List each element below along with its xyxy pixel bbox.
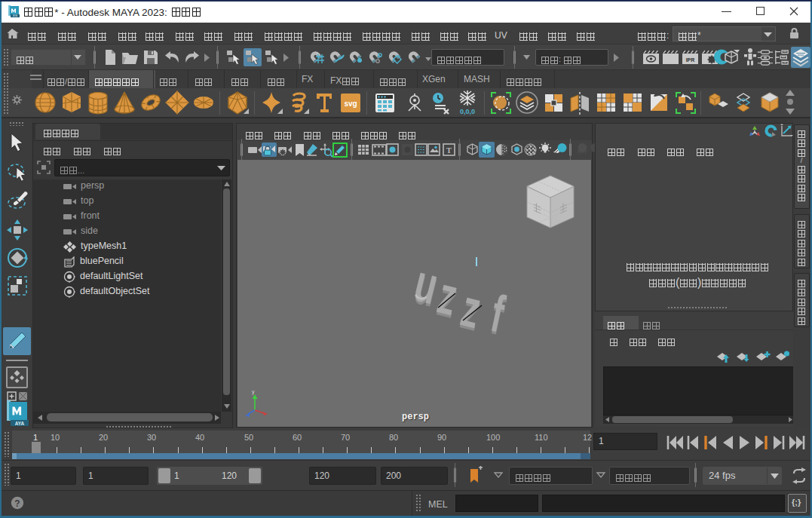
svg-text:svg: svg xyxy=(344,100,357,108)
svg-text:T: T xyxy=(446,146,452,155)
svg-text:IPR: IPR xyxy=(686,57,695,63)
svg-text:?: ? xyxy=(14,498,20,509)
svg-text:AYA: AYA xyxy=(13,14,18,17)
svg-text:y: y xyxy=(252,389,255,395)
svg-text:AYA: AYA xyxy=(15,421,25,426)
svg-text:0,0,0: 0,0,0 xyxy=(460,108,475,115)
